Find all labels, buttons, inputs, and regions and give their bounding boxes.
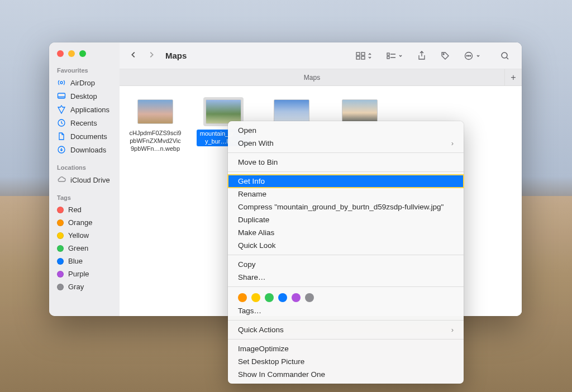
sidebar-item-label: Green xyxy=(68,244,88,252)
view-mode-button[interactable] xyxy=(351,52,376,60)
menu-duplicate[interactable]: Duplicate xyxy=(228,213,464,226)
sidebar-section-tags: Tags xyxy=(49,192,120,203)
icloud-icon xyxy=(57,175,66,184)
search-button[interactable] xyxy=(496,51,514,60)
tag-green-circle[interactable] xyxy=(265,293,274,302)
svg-point-17 xyxy=(470,55,471,56)
menu-set-desktop-picture[interactable]: Set Desktop Picture xyxy=(228,355,464,368)
svg-rect-6 xyxy=(361,52,365,55)
menu-quick-look[interactable]: Quick Look xyxy=(228,239,464,252)
window-minimize-button[interactable] xyxy=(68,50,75,57)
desktop-icon xyxy=(57,92,66,101)
group-button[interactable] xyxy=(382,52,407,60)
sidebar-item-label: iCloud Drive xyxy=(70,176,110,184)
file-thumbnail-icon xyxy=(274,99,309,124)
svg-rect-1 xyxy=(58,93,65,98)
sidebar-tag-yellow[interactable]: Yellow xyxy=(49,229,120,242)
svg-rect-8 xyxy=(361,56,365,59)
menu-move-to-bin[interactable]: Move to Bin xyxy=(228,156,464,169)
documents-icon xyxy=(57,132,66,141)
menu-separator xyxy=(228,152,464,153)
window-zoom-button[interactable] xyxy=(79,50,86,57)
tag-yellow-circle[interactable] xyxy=(251,293,260,302)
menu-tags[interactable]: Tags… xyxy=(228,304,464,317)
sidebar-item-downloads[interactable]: Downloads xyxy=(49,143,120,156)
svg-point-0 xyxy=(60,82,63,84)
nav-back-button[interactable] xyxy=(127,50,140,61)
downloads-icon xyxy=(57,145,66,154)
menu-tag-colors xyxy=(228,290,464,304)
svg-rect-9 xyxy=(387,53,389,55)
airdrop-icon xyxy=(57,78,66,87)
tag-purple-icon xyxy=(57,271,64,278)
menu-image-optimize[interactable]: ImageOptimize xyxy=(228,342,464,355)
sidebar-item-desktop[interactable]: Desktop xyxy=(49,89,120,103)
menu-open[interactable]: Open xyxy=(228,124,464,137)
menu-make-alias[interactable]: Make Alias xyxy=(228,226,464,239)
svg-line-19 xyxy=(507,58,508,59)
sidebar-item-label: Gray xyxy=(68,283,84,291)
menu-copy[interactable]: Copy xyxy=(228,258,464,271)
tags-button[interactable] xyxy=(436,51,454,60)
file-thumbnail-icon xyxy=(206,99,241,124)
sidebar-item-label: Desktop xyxy=(70,92,97,101)
svg-rect-5 xyxy=(356,52,360,55)
menu-compress[interactable]: Compress "mountain_ground_by_burtn_d59zs… xyxy=(228,200,464,213)
tag-red-icon xyxy=(57,207,64,213)
tag-gray-circle[interactable] xyxy=(305,293,314,302)
sidebar-tag-orange[interactable]: Orange xyxy=(49,216,120,229)
applications-icon xyxy=(57,105,66,114)
sidebar-item-label: Red xyxy=(68,205,82,214)
sidebar-tag-purple[interactable]: Purple xyxy=(49,267,120,280)
svg-point-18 xyxy=(502,52,507,58)
tab-bar: Maps + xyxy=(120,69,522,86)
menu-show-in-commander-one[interactable]: Show In Commander One xyxy=(228,368,464,381)
action-menu-button[interactable] xyxy=(460,51,485,60)
menu-share[interactable]: Share… xyxy=(228,271,464,284)
menu-quick-actions[interactable]: Quick Actions› xyxy=(228,323,464,336)
tag-purple-circle[interactable] xyxy=(292,293,301,302)
svg-rect-11 xyxy=(387,56,389,59)
sidebar-item-icloud-drive[interactable]: iCloud Drive xyxy=(49,173,120,187)
tab-add-button[interactable]: + xyxy=(505,69,522,85)
svg-point-13 xyxy=(443,54,444,55)
file-label: cHJpdmF0ZS9sci9pbWFnZXMvd2Vic9pbWFn…n.we… xyxy=(128,130,182,152)
share-button[interactable] xyxy=(413,51,431,61)
file-item[interactable]: cHJpdmF0ZS9sci9pbWFnZXMvd2Vic9pbWFn…n.we… xyxy=(127,97,183,152)
sidebar-item-label: Yellow xyxy=(68,231,89,240)
sidebar-item-label: AirDrop xyxy=(70,79,95,87)
sidebar-tag-blue[interactable]: Blue xyxy=(49,255,120,267)
tag-green-icon xyxy=(57,245,64,252)
file-thumbnail-icon xyxy=(137,99,173,124)
window-controls xyxy=(49,48,120,65)
tag-blue-icon xyxy=(57,258,64,265)
sidebar-item-airdrop[interactable]: AirDrop xyxy=(49,76,120,89)
nav-forward-button[interactable] xyxy=(145,50,158,61)
sidebar-item-recents[interactable]: Recents xyxy=(49,116,120,130)
tag-orange-circle[interactable] xyxy=(238,293,247,302)
tab-label: Maps xyxy=(304,74,320,82)
menu-rename[interactable]: Rename xyxy=(228,188,464,200)
sidebar-item-documents[interactable]: Documents xyxy=(49,130,120,143)
menu-separator xyxy=(228,255,464,255)
tag-gray-icon xyxy=(57,284,64,290)
menu-separator xyxy=(228,171,464,172)
tab-maps[interactable]: Maps xyxy=(120,69,505,85)
menu-get-info[interactable]: Get Info xyxy=(228,175,464,188)
sidebar-section-favourites: Favourites xyxy=(49,65,120,76)
menu-separator xyxy=(228,339,464,340)
sidebar-tag-gray[interactable]: Gray xyxy=(49,280,120,293)
sidebar: Favourites AirDrop Desktop Applications … xyxy=(49,42,120,316)
tag-blue-circle[interactable] xyxy=(278,293,287,302)
sidebar-item-label: Recents xyxy=(70,119,97,127)
sidebar-tag-green[interactable]: Green xyxy=(49,242,120,255)
window-close-button[interactable] xyxy=(57,50,64,57)
chevron-right-icon: › xyxy=(451,139,454,147)
sidebar-tag-red[interactable]: Red xyxy=(49,203,120,216)
svg-point-15 xyxy=(466,55,468,56)
menu-open-with[interactable]: Open With› xyxy=(228,137,464,150)
file-thumbnail-icon xyxy=(342,99,378,124)
sidebar-item-label: Orange xyxy=(68,218,92,227)
menu-separator xyxy=(228,320,464,321)
sidebar-item-applications[interactable]: Applications xyxy=(49,103,120,116)
